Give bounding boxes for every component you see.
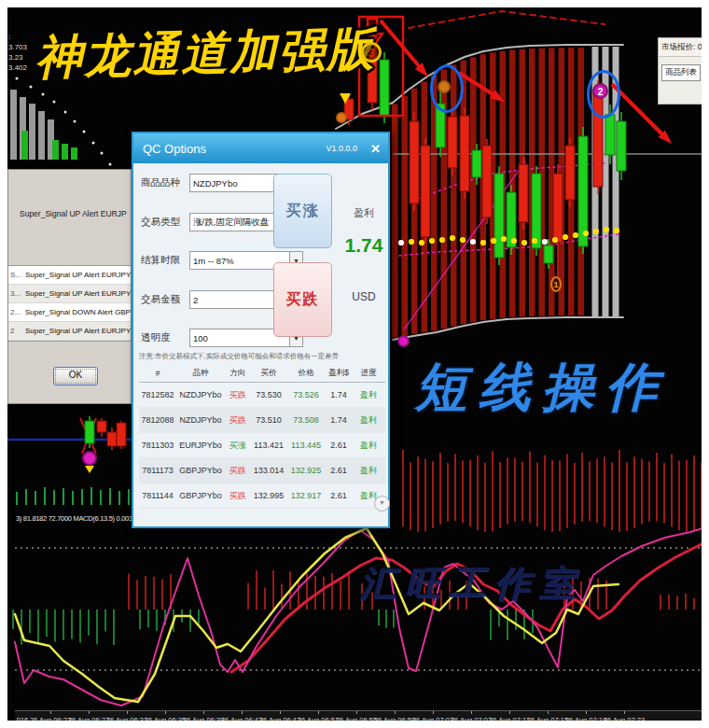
table-header-cell: 盈利$ (326, 368, 352, 379)
alert-message: Super_Signal UP Alert EURJPYbo on th (20, 209, 127, 218)
sub-candle (97, 421, 106, 432)
candle (578, 136, 588, 246)
table-cell: 盈利 (352, 440, 385, 452)
signal-dot-orange (336, 112, 347, 123)
axis-tick (318, 711, 319, 714)
candle (421, 146, 430, 237)
ok-button[interactable]: OK (53, 367, 98, 385)
table-cell: 7811173 (139, 466, 176, 475)
table-header-cell: 买价 (251, 368, 286, 379)
signal-dot-magenta (397, 335, 410, 347)
frame-right (702, 0, 709, 728)
frame-left (0, 0, 7, 728)
table-header-cell: 价格 (286, 368, 326, 379)
alert-list-item[interactable]: 2Super_Signal UP Alert EURJPYbo or (8, 322, 131, 341)
table-cell: 买跌 (225, 414, 251, 427)
table-cell: 买跌 (225, 389, 251, 401)
table-cell: EURJPYbo (176, 441, 225, 450)
table-cell: 2.61 (326, 441, 352, 450)
axis-tick (586, 711, 587, 714)
axis-tick (395, 711, 396, 714)
table-row[interactable]: 7812582NZDJPYbo买跌73.53073.5261.74盈利 (139, 383, 385, 408)
alert-item-id: 3... (8, 289, 25, 298)
mini-dot (101, 152, 104, 155)
candle (532, 174, 541, 248)
sub-magenta-marker (83, 452, 96, 465)
price-scale-label: : (8, 32, 27, 42)
table-row[interactable]: 7811144GBPJPYbo买跌132.995132.9172.61盈利 (139, 483, 385, 509)
mini-bar (10, 90, 17, 160)
buy-down-button[interactable]: 买跌 (273, 262, 332, 337)
signal-dot (532, 238, 537, 244)
axis-tick (242, 711, 243, 714)
profit-currency: USD (341, 290, 387, 303)
alert-item-text: Super_Signal UP Alert EURJPYbo or (25, 289, 131, 298)
candle (519, 164, 528, 222)
signal-badge-3: 3 (361, 42, 382, 63)
price-scale-label: 3.402 (8, 63, 27, 73)
table-cell: GBPJPYbo (176, 491, 225, 500)
highlight-circle-2 (587, 70, 620, 119)
field-label: 交易类型 (141, 216, 189, 229)
signal-badge-1: 1 (550, 276, 562, 292)
axis-tick (509, 711, 510, 714)
signal-dot (614, 228, 619, 233)
table-row[interactable]: 7811173GBPJPYbo买跌133.014132.9252.61盈利 (139, 458, 385, 483)
table-header-cell: # (139, 369, 176, 378)
alert-list-item[interactable]: 3...Super_Signal UP Alert EURJPYbo or (8, 285, 131, 303)
alert-list-item[interactable]: 2...Super_Signal DOWN Alert GBPJPYb (8, 303, 131, 322)
crimson-line (231, 540, 709, 672)
mini-bar (29, 104, 35, 160)
alert-window: Super_Signal UP Alert EURJPYbo on th S..… (7, 169, 132, 404)
signal-dot (542, 239, 548, 245)
candle (448, 117, 457, 168)
buy-up-button[interactable]: 买涨 (273, 174, 332, 248)
signal-dot (573, 232, 578, 238)
signal-dot (460, 237, 466, 243)
table-cell: 1.74 (326, 390, 352, 399)
mini-dot (109, 163, 112, 166)
signal-dot (450, 235, 455, 241)
table-cell: 7811144 (139, 491, 176, 500)
candle (460, 116, 469, 191)
candle (617, 121, 626, 171)
axis-tick (548, 711, 549, 714)
table-row[interactable]: 7812088NZDJPYbo买跌73.51073.5081.74盈利 (139, 408, 385, 433)
signal-dot (604, 227, 609, 232)
signal-dot (563, 234, 568, 240)
alert-item-text: Super_Signal DOWN Alert GBPJPYb (25, 308, 131, 316)
mini-dot (64, 111, 67, 114)
close-icon[interactable]: ✕ (370, 142, 381, 156)
axis-tick (624, 711, 625, 714)
dialog-titlebar[interactable]: QC Options V1.0.0.0 ✕ (133, 133, 388, 163)
signal-dot (398, 240, 404, 245)
signal-dot (480, 240, 486, 245)
axis-tick (165, 711, 166, 714)
axis-tick (203, 711, 204, 714)
scroll-down-button[interactable]: ▼ (374, 496, 390, 511)
table-cell: 买跌 (225, 490, 251, 502)
table-cell: 73.510 (251, 415, 286, 425)
table-row[interactable]: 7811303EURJPYbo买涨113.421113.4452.61盈利 (139, 433, 385, 458)
sub-candle (107, 432, 117, 446)
signal-dot (429, 238, 435, 244)
alert-list-item[interactable]: S...Super_Signal UP Alert EURJPYbo or (8, 266, 131, 285)
tab-symbol-list[interactable]: 商品列表 (661, 64, 701, 81)
signal-dot (409, 239, 414, 245)
signal-dot (552, 237, 558, 243)
field-label: 结算时限 (141, 254, 189, 267)
signal-dot (419, 240, 424, 245)
sub-candle (85, 421, 94, 443)
axis-tick (280, 711, 281, 714)
candle (605, 115, 615, 155)
table-cell: 买跌 (225, 465, 251, 477)
signal-dot (501, 236, 507, 242)
table-cell: 132.925 (286, 466, 326, 475)
table-cell: 113.445 (286, 441, 326, 450)
signal-dot (593, 229, 599, 234)
mini-dot (74, 120, 76, 123)
table-cell: 买涨 (225, 440, 251, 452)
table-cell: 73.530 (251, 390, 286, 399)
indicator-label: 3) 81.8182 72.7000 MACD(6.13.5) 0.0039 0… (16, 514, 146, 523)
table-cell: 7812088 (139, 415, 176, 425)
